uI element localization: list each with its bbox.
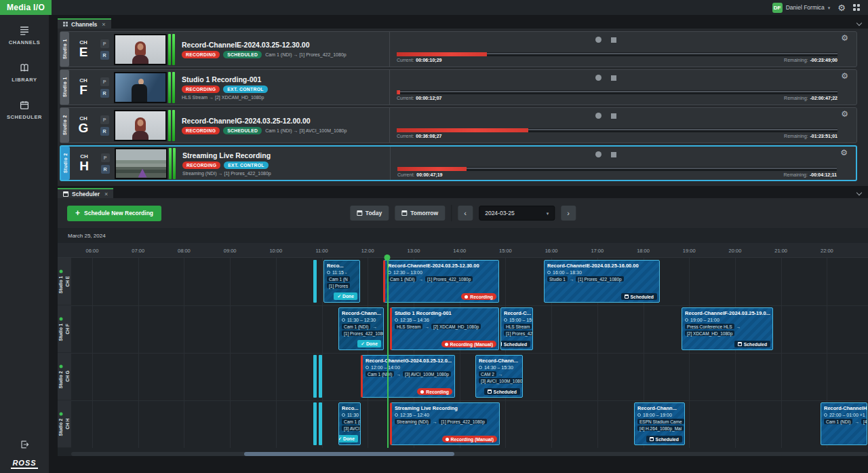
- collapse-scheduler-chevron-icon[interactable]: [856, 190, 862, 195]
- event-route-line: [2] XDCAM_HD_1080p: [685, 330, 770, 336]
- stop-button[interactable]: [611, 75, 616, 81]
- scheduler-event[interactable]: Record-Chann...18:00 – 19:00ESPN Stadium…: [634, 402, 685, 445]
- event-route-line: Cam 1 (NDI)→[1] Prores_422_1080p: [388, 276, 496, 282]
- channel-id: CHE: [69, 32, 98, 67]
- hour-label: 22:00: [821, 247, 833, 253]
- close-icon[interactable]: ×: [104, 191, 108, 197]
- scheduler-event[interactable]: Record-C...15:00 – 15:4HLS Stream→[1] Pr…: [500, 307, 533, 350]
- thumbnail-image: [115, 35, 165, 64]
- channel-thumbnail: [114, 110, 167, 141]
- preview-button[interactable]: P: [100, 77, 109, 86]
- horizontal-scrollbar[interactable]: [71, 452, 868, 456]
- channel-online-dot: [60, 317, 63, 320]
- divider: [451, 205, 452, 221]
- record-toggle-button[interactable]: R: [100, 127, 109, 136]
- collapse-channels-chevron-icon[interactable]: [856, 20, 862, 26]
- channel-row[interactable]: Studio 1CHEPRRecord-ChannelE-2024.03.25-…: [60, 31, 857, 67]
- channel-row[interactable]: Studio 2CHHPRStreaming Live RecordingREC…: [60, 145, 857, 181]
- progress-fill: [397, 52, 487, 56]
- scheduler-event-mini[interactable]: [313, 402, 317, 445]
- scheduler-event[interactable]: Reco...11:30 -Cam 1 (N[3] AVCI_✓ Done: [338, 402, 361, 445]
- event-title: Record-ChannelE-2024.03.25-16.00.00: [547, 263, 656, 269]
- scheduler-event[interactable]: Record-ChannelE-2024.03.25-16.00.0016:00…: [544, 260, 660, 303]
- record-toggle-button[interactable]: R: [101, 165, 110, 174]
- preview-button[interactable]: P: [100, 39, 109, 48]
- apps-grid-icon[interactable]: [853, 4, 860, 11]
- scheduler-event[interactable]: Record-Chann...11:30 – 12:30Cam 1 (NDI)→…: [338, 307, 384, 350]
- scheduler-event-mini[interactable]: [313, 355, 317, 398]
- scheduler-event[interactable]: Record-ChannelG-2024.03.25-12.0...12:00 …: [361, 355, 455, 398]
- record-toggle-button[interactable]: R: [100, 89, 109, 98]
- scheduler-event[interactable]: Record-ChannelE-2024.03.25-12.30.0012:30…: [383, 260, 499, 303]
- grid-row-line: [71, 400, 868, 401]
- schedule-new-recording-button[interactable]: + Schedule New Recording: [67, 206, 161, 221]
- status-badge-recording: RECORDING: [182, 51, 220, 58]
- channel-settings-gear-icon[interactable]: ⚙: [841, 110, 848, 118]
- record-toggle-button[interactable]: R: [100, 51, 109, 60]
- scheduler-event[interactable]: Record-ChannelF-2024.03.25-19.0...19:00 …: [682, 307, 773, 350]
- prev-day-button[interactable]: ‹: [458, 206, 473, 221]
- user-menu[interactable]: DF Daniel Formica ▾: [772, 3, 831, 13]
- thumbnail-image: [116, 149, 166, 178]
- tomorrow-button[interactable]: Tomorrow: [395, 206, 445, 221]
- scheduler-event[interactable]: Streaming Live Recording12:35 – 12:40Str…: [390, 402, 500, 445]
- scheduler-event-mini[interactable]: [319, 402, 322, 445]
- record-dot-icon: [445, 343, 448, 346]
- remaining-timecode: Remaining:-01:23:51;01: [784, 134, 837, 138]
- record-button[interactable]: [595, 37, 601, 43]
- channel-settings-gear-icon[interactable]: ⚙: [840, 149, 848, 157]
- sidebar-item-scheduler[interactable]: SCHEDULER: [7, 99, 42, 120]
- stop-button[interactable]: [611, 152, 616, 157]
- channel-settings-gear-icon[interactable]: ⚙: [841, 34, 848, 42]
- record-button[interactable]: [595, 151, 601, 157]
- preview-button[interactable]: P: [100, 115, 109, 124]
- route-chip: [1] Prores: [327, 283, 350, 288]
- logout-button[interactable]: [19, 439, 30, 453]
- current-label: Current:: [397, 96, 414, 100]
- event-time-text: 11:15 -: [332, 270, 347, 275]
- route-chip: [3] AVCI_: [342, 425, 361, 431]
- hour-label: 21:00: [774, 247, 787, 253]
- remaining-label: Remaining:: [784, 134, 808, 138]
- record-button[interactable]: [595, 113, 601, 119]
- sidebar-item-channels[interactable]: CHANNELS: [9, 24, 40, 45]
- status-badge-ext: EXT. CONTROL: [224, 162, 268, 169]
- route-chip: Cam 1 (NDI): [824, 419, 852, 424]
- tab-scheduler[interactable]: Scheduler ×: [58, 188, 113, 198]
- avatar: DF: [772, 3, 783, 13]
- today-button[interactable]: Today: [350, 206, 389, 221]
- event-time-text: 12:35 – 14:36: [400, 318, 429, 322]
- clock-icon: [395, 318, 398, 322]
- event-time: 12:35 – 14:36: [395, 318, 496, 322]
- date-select[interactable]: 2024-03-25 ▾: [479, 206, 555, 221]
- tab-channels[interactable]: Channels ×: [58, 18, 111, 29]
- scheduler-event[interactable]: Record-Chann...14:30 – 15:30CAM 2→[3] AV…: [475, 355, 523, 398]
- close-icon[interactable]: ×: [102, 21, 105, 28]
- scrollbar-thumb[interactable]: [244, 452, 454, 456]
- scheduler-event[interactable]: Reco...11:15 -Cam 1 (N[1] Prores✓ Done: [323, 260, 360, 303]
- timecode-labels: Current:00:00:12;07Remaining:-02:00:47;2…: [397, 96, 837, 100]
- preview-button[interactable]: P: [101, 153, 110, 162]
- scheduler-event-mini[interactable]: [319, 355, 322, 398]
- stop-button[interactable]: [611, 37, 616, 43]
- hour-label: 06:00: [86, 247, 99, 253]
- next-day-button[interactable]: ›: [561, 206, 576, 221]
- channel-row[interactable]: Studio 1CHFPRStudio 1 Recording-001RECOR…: [60, 69, 857, 105]
- scheduler-grid[interactable]: Reco...11:15 -Cam 1 (N[1] Prores✓ DoneRe…: [71, 258, 868, 448]
- scheduler-event-mini[interactable]: [313, 260, 317, 303]
- event-route-line: Cam 1 (N: [342, 419, 357, 424]
- timeline-row-label-text: Studio 1 CH F: [58, 317, 71, 341]
- sidebar-item-library[interactable]: LIBRARY: [12, 62, 37, 83]
- scheduler-event[interactable]: Studio 1 Recording-00112:35 – 14:36HLS S…: [390, 307, 499, 350]
- badge-label: Scheduled: [631, 295, 654, 299]
- settings-gear-icon[interactable]: ⚙: [837, 3, 846, 12]
- stop-button[interactable]: [611, 113, 616, 119]
- timeline-row-labels: Studio 1 CH EStudio 1 CH FStudio 2 CH GS…: [58, 258, 71, 448]
- hour-label: 09:00: [224, 247, 237, 253]
- channel-settings-gear-icon[interactable]: ⚙: [841, 72, 848, 80]
- studio-tag: Studio 2: [60, 108, 69, 143]
- channel-row[interactable]: Studio 2CHGPRRecord-ChannelG-2024.03.25-…: [60, 107, 857, 143]
- record-button[interactable]: [595, 75, 601, 81]
- channel-letter: G: [79, 121, 89, 134]
- scheduler-event[interactable]: Record-ChannelH-22:00 – 01:00 +1Cam 1 (N…: [821, 402, 867, 445]
